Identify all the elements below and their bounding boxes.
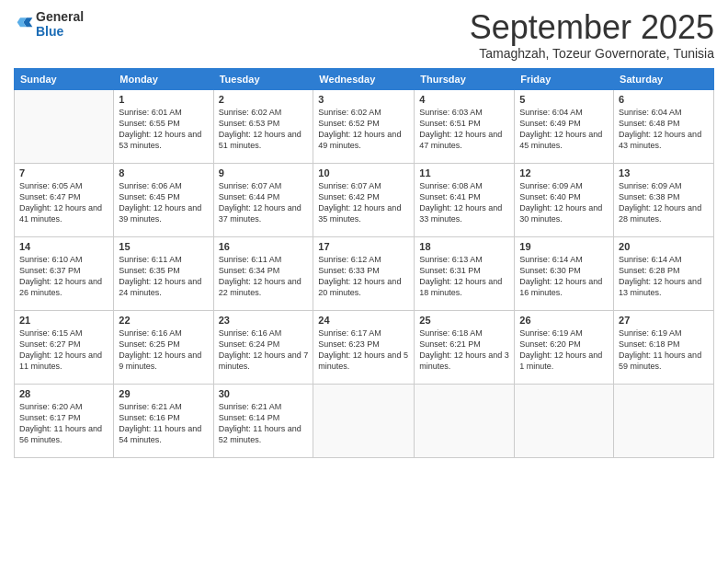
- day-info: Sunrise: 6:04 AMSunset: 6:48 PMDaylight:…: [619, 107, 709, 152]
- day-info: Sunrise: 6:06 AMSunset: 6:45 PMDaylight:…: [119, 180, 208, 225]
- day-number: 5: [519, 94, 609, 105]
- logo-blue: Blue: [36, 24, 63, 39]
- day-cell: 29Sunrise: 6:21 AMSunset: 6:16 PMDayligh…: [114, 384, 213, 457]
- week-row-2: 7Sunrise: 6:05 AMSunset: 6:47 PMDaylight…: [15, 163, 714, 236]
- day-info: Sunrise: 6:13 AMSunset: 6:31 PMDaylight:…: [419, 254, 509, 299]
- day-cell: [313, 384, 415, 457]
- day-cell: 7Sunrise: 6:05 AMSunset: 6:47 PMDaylight…: [15, 163, 114, 236]
- day-number: 13: [619, 167, 709, 178]
- day-number: 27: [619, 315, 709, 326]
- day-cell: [614, 384, 714, 457]
- subtitle: Tamaghzah, Tozeur Governorate, Tunisia: [470, 46, 714, 61]
- day-cell: 13Sunrise: 6:09 AMSunset: 6:38 PMDayligh…: [614, 163, 714, 236]
- day-number: 21: [19, 315, 108, 326]
- day-info: Sunrise: 6:18 AMSunset: 6:21 PMDaylight:…: [419, 327, 509, 373]
- week-row-5: 28Sunrise: 6:20 AMSunset: 6:17 PMDayligh…: [15, 384, 714, 457]
- day-info: Sunrise: 6:15 AMSunset: 6:27 PMDaylight:…: [19, 327, 108, 373]
- day-number: 8: [119, 167, 208, 178]
- logo-general: General: [36, 9, 84, 24]
- day-cell: 9Sunrise: 6:07 AMSunset: 6:44 PMDaylight…: [213, 163, 313, 236]
- day-info: Sunrise: 6:14 AMSunset: 6:30 PMDaylight:…: [519, 254, 609, 299]
- day-cell: 20Sunrise: 6:14 AMSunset: 6:28 PMDayligh…: [614, 236, 714, 310]
- day-info: Sunrise: 6:16 AMSunset: 6:25 PMDaylight:…: [119, 327, 208, 373]
- day-cell: 4Sunrise: 6:03 AMSunset: 6:51 PMDaylight…: [415, 89, 515, 163]
- day-number: 7: [19, 167, 108, 178]
- day-info: Sunrise: 6:01 AMSunset: 6:55 PMDaylight:…: [119, 107, 208, 152]
- day-number: 23: [219, 315, 309, 326]
- day-info: Sunrise: 6:10 AMSunset: 6:37 PMDaylight:…: [19, 254, 108, 299]
- header-cell-wednesday: Wednesday: [313, 68, 415, 89]
- day-info: Sunrise: 6:19 AMSunset: 6:20 PMDaylight:…: [519, 327, 609, 373]
- day-info: Sunrise: 6:17 AMSunset: 6:23 PMDaylight:…: [318, 327, 409, 373]
- day-number: 14: [19, 241, 108, 252]
- day-number: 30: [219, 388, 309, 399]
- day-number: 1: [119, 94, 208, 105]
- day-number: 11: [419, 167, 509, 178]
- header-cell-friday: Friday: [515, 68, 614, 89]
- logo-icon: [16, 15, 34, 33]
- day-info: Sunrise: 6:07 AMSunset: 6:42 PMDaylight:…: [318, 180, 409, 225]
- day-number: 17: [318, 241, 409, 252]
- day-number: 2: [219, 94, 309, 105]
- day-info: Sunrise: 6:11 AMSunset: 6:35 PMDaylight:…: [119, 254, 208, 299]
- day-info: Sunrise: 6:16 AMSunset: 6:24 PMDaylight:…: [219, 327, 309, 373]
- day-cell: 24Sunrise: 6:17 AMSunset: 6:23 PMDayligh…: [313, 310, 415, 384]
- day-cell: 17Sunrise: 6:12 AMSunset: 6:33 PMDayligh…: [313, 236, 415, 310]
- day-info: Sunrise: 6:09 AMSunset: 6:40 PMDaylight:…: [519, 180, 609, 225]
- day-cell: 11Sunrise: 6:08 AMSunset: 6:41 PMDayligh…: [415, 163, 515, 236]
- day-number: 3: [318, 94, 409, 105]
- header-cell-thursday: Thursday: [415, 68, 515, 89]
- week-row-4: 21Sunrise: 6:15 AMSunset: 6:27 PMDayligh…: [15, 310, 714, 384]
- day-cell: 1Sunrise: 6:01 AMSunset: 6:55 PMDaylight…: [114, 89, 213, 163]
- week-row-1: 1Sunrise: 6:01 AMSunset: 6:55 PMDaylight…: [15, 89, 714, 163]
- day-number: 19: [519, 241, 609, 252]
- day-number: 15: [119, 241, 208, 252]
- day-cell: 5Sunrise: 6:04 AMSunset: 6:49 PMDaylight…: [515, 89, 614, 163]
- day-number: 18: [419, 241, 509, 252]
- day-cell: 25Sunrise: 6:18 AMSunset: 6:21 PMDayligh…: [415, 310, 515, 384]
- month-title: September 2025: [470, 9, 714, 46]
- day-info: Sunrise: 6:07 AMSunset: 6:44 PMDaylight:…: [219, 180, 309, 225]
- header-cell-tuesday: Tuesday: [213, 68, 313, 89]
- day-number: 28: [19, 388, 108, 399]
- day-cell: 12Sunrise: 6:09 AMSunset: 6:40 PMDayligh…: [515, 163, 614, 236]
- day-info: Sunrise: 6:02 AMSunset: 6:52 PMDaylight:…: [318, 107, 409, 152]
- calendar-table: SundayMondayTuesdayWednesdayThursdayFrid…: [14, 68, 714, 458]
- day-info: Sunrise: 6:02 AMSunset: 6:53 PMDaylight:…: [219, 107, 309, 152]
- day-cell: 26Sunrise: 6:19 AMSunset: 6:20 PMDayligh…: [515, 310, 614, 384]
- page: General Blue September 2025 Tamaghzah, T…: [0, 0, 728, 563]
- header-cell-saturday: Saturday: [614, 68, 714, 89]
- day-cell: [415, 384, 515, 457]
- day-number: 24: [318, 315, 409, 326]
- day-cell: 15Sunrise: 6:11 AMSunset: 6:35 PMDayligh…: [114, 236, 213, 310]
- day-cell: 14Sunrise: 6:10 AMSunset: 6:37 PMDayligh…: [15, 236, 114, 310]
- day-info: Sunrise: 6:21 AMSunset: 6:14 PMDaylight:…: [219, 401, 309, 446]
- day-cell: [515, 384, 614, 457]
- day-cell: 19Sunrise: 6:14 AMSunset: 6:30 PMDayligh…: [515, 236, 614, 310]
- day-number: 4: [419, 94, 509, 105]
- day-info: Sunrise: 6:08 AMSunset: 6:41 PMDaylight:…: [419, 180, 509, 225]
- day-number: 16: [219, 241, 309, 252]
- day-info: Sunrise: 6:21 AMSunset: 6:16 PMDaylight:…: [119, 401, 208, 446]
- day-info: Sunrise: 6:11 AMSunset: 6:34 PMDaylight:…: [219, 254, 309, 299]
- day-cell: 8Sunrise: 6:06 AMSunset: 6:45 PMDaylight…: [114, 163, 213, 236]
- day-info: Sunrise: 6:12 AMSunset: 6:33 PMDaylight:…: [318, 254, 409, 299]
- day-info: Sunrise: 6:09 AMSunset: 6:38 PMDaylight:…: [619, 180, 709, 225]
- day-number: 20: [619, 241, 709, 252]
- header: General Blue September 2025 Tamaghzah, T…: [14, 9, 714, 61]
- day-info: Sunrise: 6:14 AMSunset: 6:28 PMDaylight:…: [619, 254, 709, 299]
- day-cell: 27Sunrise: 6:19 AMSunset: 6:18 PMDayligh…: [614, 310, 714, 384]
- day-cell: 28Sunrise: 6:20 AMSunset: 6:17 PMDayligh…: [15, 384, 114, 457]
- day-cell: 21Sunrise: 6:15 AMSunset: 6:27 PMDayligh…: [15, 310, 114, 384]
- day-info: Sunrise: 6:05 AMSunset: 6:47 PMDaylight:…: [19, 180, 108, 225]
- day-number: 22: [119, 315, 208, 326]
- logo: General Blue: [14, 9, 84, 39]
- day-cell: 18Sunrise: 6:13 AMSunset: 6:31 PMDayligh…: [415, 236, 515, 310]
- day-cell: 10Sunrise: 6:07 AMSunset: 6:42 PMDayligh…: [313, 163, 415, 236]
- day-number: 25: [419, 315, 509, 326]
- title-block: September 2025 Tamaghzah, Tozeur Governo…: [470, 9, 714, 61]
- header-cell-monday: Monday: [114, 68, 213, 89]
- day-number: 6: [619, 94, 709, 105]
- header-cell-sunday: Sunday: [15, 68, 114, 89]
- day-cell: [15, 89, 114, 163]
